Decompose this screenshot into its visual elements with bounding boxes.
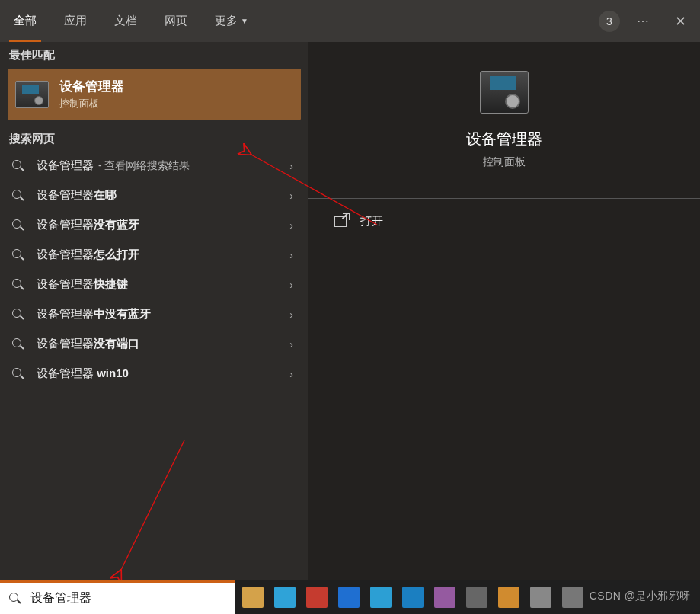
- web-results-list: 设备管理器 - 查看网络搜索结果›设备管理器在哪›设备管理器没有蓝牙›设备管理器…: [0, 151, 308, 389]
- preview-title: 设备管理器: [466, 129, 542, 149]
- open-label: 打开: [360, 214, 383, 229]
- taskbar-app-icon[interactable]: [434, 587, 455, 608]
- tab-label: 文档: [114, 14, 137, 28]
- best-match-card[interactable]: 设备管理器 控制面板: [8, 69, 301, 120]
- search-icon: [12, 249, 24, 261]
- tab-label: 更多: [215, 14, 238, 28]
- web-result-row[interactable]: 设备管理器没有端口›: [0, 329, 308, 359]
- web-result-row[interactable]: 设备管理器快捷键›: [0, 270, 308, 299]
- badge-value: 3: [606, 15, 612, 27]
- taskbar-app-icon[interactable]: [370, 587, 392, 608]
- preview-column: 设备管理器 控制面板 打开: [308, 42, 700, 581]
- search-panel: 全部 应用 文档 网页 更多▼ 3 ⋯ ✕ 最佳匹配 设备管理器 控制面板 搜索…: [0, 0, 700, 581]
- taskbar-app-icon[interactable]: [498, 587, 519, 608]
- device-manager-icon: [15, 81, 49, 108]
- taskbar-app-icon[interactable]: [402, 587, 424, 608]
- results-column: 最佳匹配 设备管理器 控制面板 搜索网页 设备管理器 - 查看网络搜索结果›设备…: [0, 42, 308, 581]
- web-result-text: 设备管理器 - 查看网络搜索结果: [37, 158, 190, 173]
- best-match-title: 设备管理器: [59, 78, 124, 95]
- taskbar-app-icon[interactable]: [274, 587, 296, 608]
- taskbar-app-icon[interactable]: [466, 587, 487, 608]
- tab-docs[interactable]: 文档: [101, 0, 151, 42]
- tabs-right: 3 ⋯ ✕: [599, 0, 694, 42]
- section-web-search: 搜索网页: [0, 126, 308, 151]
- taskbar-app-icon[interactable]: [306, 587, 328, 608]
- taskbar-search-box[interactable]: [0, 580, 235, 614]
- chevron-right-icon: ›: [289, 368, 293, 380]
- web-result-text: 设备管理器没有端口: [37, 337, 139, 351]
- web-result-text: 设备管理器没有蓝牙: [37, 218, 139, 232]
- tab-more[interactable]: 更多▼: [201, 0, 262, 42]
- web-result-row[interactable]: 设备管理器 - 查看网络搜索结果›: [0, 151, 308, 181]
- tab-web[interactable]: 网页: [151, 0, 201, 42]
- panel-body: 最佳匹配 设备管理器 控制面板 搜索网页 设备管理器 - 查看网络搜索结果›设备…: [0, 42, 700, 581]
- chevron-right-icon: ›: [289, 309, 293, 321]
- web-result-text: 设备管理器快捷键: [37, 277, 128, 292]
- device-manager-icon: [480, 71, 529, 114]
- search-icon: [12, 309, 24, 321]
- taskbar-app-icon[interactable]: [530, 587, 551, 608]
- section-best-match: 最佳匹配: [0, 42, 308, 67]
- open-icon: [334, 216, 347, 227]
- chevron-right-icon: ›: [289, 190, 293, 202]
- web-result-text: 设备管理器在哪: [37, 188, 117, 203]
- best-match-subtitle: 控制面板: [59, 97, 124, 110]
- search-icon: [9, 593, 21, 605]
- best-match-text: 设备管理器 控制面板: [59, 78, 124, 110]
- search-icon: [12, 219, 24, 232]
- search-icon: [12, 160, 24, 172]
- taskbar-app-icon[interactable]: [562, 587, 583, 608]
- chevron-right-icon: ›: [289, 160, 293, 172]
- more-options-icon[interactable]: ⋯: [637, 14, 650, 28]
- search-icon: [12, 368, 24, 380]
- web-result-row[interactable]: 设备管理器 win10›: [0, 359, 308, 389]
- search-icon: [12, 190, 24, 202]
- search-input[interactable]: [30, 592, 225, 606]
- open-action[interactable]: 打开: [308, 199, 700, 244]
- tab-all[interactable]: 全部: [0, 0, 50, 42]
- taskbar-app-icon[interactable]: [338, 587, 360, 608]
- tab-label: 全部: [14, 14, 37, 28]
- preview-subtitle: 控制面板: [483, 155, 526, 169]
- chevron-right-icon: ›: [289, 338, 293, 350]
- tabs-row: 全部 应用 文档 网页 更多▼ 3 ⋯ ✕: [0, 0, 700, 42]
- search-icon: [12, 279, 24, 291]
- web-result-text: 设备管理器 win10: [37, 366, 129, 381]
- search-icon: [12, 338, 24, 350]
- web-result-row[interactable]: 设备管理器怎么打开›: [0, 240, 308, 270]
- chevron-down-icon: ▼: [241, 17, 248, 25]
- chevron-right-icon: ›: [289, 279, 293, 291]
- web-result-row[interactable]: 设备管理器在哪›: [0, 181, 308, 210]
- tab-apps[interactable]: 应用: [50, 0, 101, 42]
- web-result-row[interactable]: 设备管理器没有蓝牙›: [0, 210, 308, 240]
- web-result-row[interactable]: 设备管理器中没有蓝牙›: [0, 299, 308, 329]
- tab-label: 应用: [64, 14, 87, 28]
- recent-badge[interactable]: 3: [599, 11, 620, 32]
- preview-header: 设备管理器 控制面板: [308, 42, 700, 187]
- chevron-right-icon: ›: [289, 249, 293, 261]
- tab-label: 网页: [165, 14, 187, 28]
- taskbar-app-icon[interactable]: [242, 587, 264, 608]
- chevron-right-icon: ›: [289, 219, 293, 232]
- close-icon[interactable]: ✕: [667, 8, 694, 34]
- web-result-text: 设备管理器中没有蓝牙: [37, 307, 151, 321]
- web-result-text: 设备管理器怎么打开: [37, 248, 139, 262]
- taskbar: [235, 580, 700, 614]
